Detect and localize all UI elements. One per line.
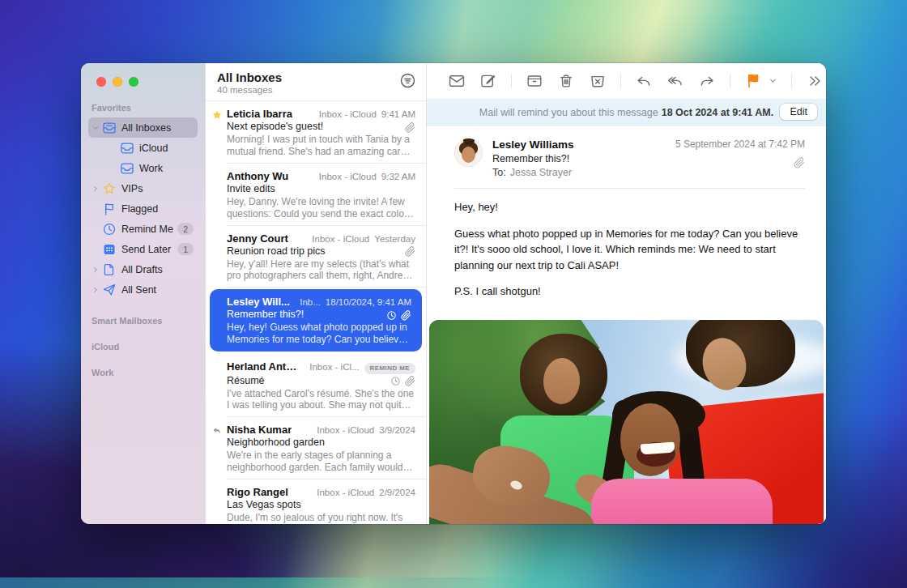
message-mailbox: Inbox - iCloud	[319, 109, 377, 119]
toolbar	[427, 63, 826, 99]
get-mail-button[interactable]	[448, 72, 466, 90]
message-header-info: Lesley Williams Remember this?! To:Jessa…	[492, 138, 573, 178]
message-row-subjectline: Next episode's guest!	[227, 121, 415, 132]
message-sender: Lesley Will...	[227, 296, 290, 308]
sidebar-item-all-drafts[interactable]: All Drafts	[88, 259, 198, 279]
junk-button[interactable]	[589, 72, 607, 90]
wallpaper-band	[0, 577, 526, 588]
message-list-header: All Inboxes 40 messages	[206, 63, 426, 101]
zoom-button[interactable]	[129, 77, 138, 87]
message-mailbox: Inb...	[300, 297, 321, 307]
paperclip-icon	[405, 375, 415, 386]
flag-icon	[102, 202, 117, 216]
message-row-topline: Lesley Will...Inb...18/10/2024, 9:41 AM	[227, 296, 411, 308]
message-sender: Herland Antezana	[227, 360, 300, 373]
message-subject: Remember this?!	[492, 153, 573, 164]
message-time: Yesterday	[374, 234, 415, 244]
sidebar-item-vips[interactable]: VIPs	[88, 178, 198, 198]
message-mailbox: Inbox - iCloud	[312, 234, 369, 244]
message-date: 5 September 2024 at 7:42 PM	[675, 138, 805, 150]
message-row-1[interactable]: Leticia IbarraInbox - iCloud9:41 AMNext …	[206, 101, 426, 164]
sidebar-section-icloud: iCloud	[88, 342, 198, 352]
sidebar-section-smart-mailboxes: Smart Mailboxes	[88, 316, 198, 326]
message-row-4[interactable]: Lesley Will...Inb...18/10/2024, 9:41 AMR…	[210, 289, 422, 352]
chevron-down-icon[interactable]	[90, 124, 100, 132]
filter-icon	[399, 79, 416, 92]
mail-window: FavoritesAll InboxesiCloudWorkVIPsFlagge…	[81, 63, 826, 524]
message-row-5[interactable]: Herland AntezanaInbox - iCl...REMIND MER…	[206, 354, 426, 417]
compose-icon	[479, 80, 497, 92]
forward-icon	[698, 80, 716, 92]
message-preview: Hey, y'all! Here are my selects (that's …	[227, 258, 415, 283]
photo-attachment[interactable]	[429, 320, 824, 525]
reply-icon	[635, 80, 653, 92]
message-subject: Invite edits	[227, 183, 415, 194]
edit-reminder-button[interactable]: Edit	[780, 104, 817, 120]
list-message-count: 40 messages	[217, 85, 415, 95]
sidebar-item-remind-me[interactable]: Remind Me2	[88, 219, 198, 239]
message-preview: Hey, hey! Guess what photo popped up in …	[227, 322, 411, 346]
body-paragraph-1: Hey, hey!	[454, 199, 802, 215]
message-sender: Anthony Wu	[227, 170, 288, 182]
message-mailbox: Inbox - iCloud	[317, 488, 374, 497]
junk-icon	[589, 80, 607, 92]
message-row-topline: Jenny CourtInbox - iCloudYesterday	[227, 232, 415, 245]
message-body: Hey, hey!Guess what photo popped up in M…	[427, 189, 826, 317]
message-row-subjectline: Las Vegas spots	[227, 499, 415, 510]
sidebar-item-label: Remind Me	[121, 224, 174, 235]
message-subject: Las Vegas spots	[227, 499, 415, 510]
send-icon	[102, 283, 117, 297]
message-mailbox: Inbox - iCloud	[317, 425, 374, 435]
message-subject: Résumé	[227, 375, 386, 386]
sidebar-item-work[interactable]: Work	[88, 158, 198, 178]
chevron-right-icon[interactable]	[90, 286, 100, 294]
sidebar-item-all-sent[interactable]: All Sent	[88, 279, 198, 300]
message-row-topline: Anthony WuInbox - iCloud9:32 AM	[227, 170, 415, 182]
tray-icon	[120, 161, 134, 176]
calendar-icon	[102, 242, 117, 257]
forward-button[interactable]	[698, 72, 716, 90]
message-list-column: All Inboxes 40 messages Leticia IbarraIn…	[205, 63, 427, 524]
archive-button[interactable]	[526, 72, 543, 90]
message-header-meta: 5 September 2024 at 7:42 PM	[675, 138, 805, 178]
remind-banner: Mail will remind you about this message …	[427, 99, 826, 126]
more-actions-button[interactable]	[806, 72, 824, 90]
message-view-column: Mail will remind you about this message …	[427, 63, 826, 524]
unread-count-badge: 2	[177, 223, 194, 235]
traffic-lights	[81, 63, 205, 87]
reply-button[interactable]	[635, 72, 653, 90]
sidebar-item-send-later[interactable]: Send Later1	[88, 239, 198, 259]
message-sender: Jenny Court	[227, 232, 288, 245]
message-row-subjectline: Invite edits	[227, 183, 415, 194]
message-subject: Reunion road trip pics	[227, 245, 401, 257]
sidebar-item-all-inboxes[interactable]: All Inboxes	[88, 117, 198, 138]
compose-button[interactable]	[479, 72, 497, 90]
delete-button[interactable]	[557, 72, 575, 90]
chevron-right-icon[interactable]	[90, 185, 100, 193]
reply-all-icon	[666, 80, 684, 92]
body-paragraph-2: Guess what photo popped up in Memories f…	[454, 226, 802, 274]
toolbar-separator-6	[620, 74, 621, 88]
close-button[interactable]	[96, 77, 106, 87]
message-row-topline: Leticia IbarraInbox - iCloud9:41 AM	[227, 108, 415, 120]
flag-menu-button[interactable]	[769, 72, 777, 90]
reply-all-button[interactable]	[666, 72, 684, 90]
message-header: Lesley Williams Remember this?! To:Jessa…	[427, 126, 826, 188]
chevron-right-icon[interactable]	[90, 266, 100, 274]
sidebar-item-icloud[interactable]: iCloud	[88, 138, 198, 158]
message-sender: Nisha Kumar	[227, 424, 292, 436]
message-time: 9:32 AM	[381, 172, 415, 181]
message-row-3[interactable]: Jenny CourtInbox - iCloudYesterdayReunio…	[206, 226, 426, 288]
replied-arrow-icon	[211, 425, 223, 437]
to-label: To:	[492, 167, 506, 178]
flag-button[interactable]	[744, 72, 762, 90]
sidebar-item-flagged[interactable]: Flagged	[88, 198, 198, 219]
minimize-button[interactable]	[113, 77, 122, 87]
message-sender: Rigo Rangel	[227, 486, 288, 498]
sidebar-item-label: All Drafts	[121, 264, 194, 275]
message-row-6[interactable]: Nisha KumarInbox - iCloud3/9/2024Neighbo…	[206, 417, 426, 479]
paperclip-icon	[405, 245, 415, 256]
message-row-2[interactable]: Anthony WuInbox - iCloud9:32 AMInvite ed…	[206, 164, 426, 226]
message-row-7[interactable]: Rigo RangelInbox - iCloud2/9/2024Las Veg…	[206, 479, 426, 524]
filter-button[interactable]	[398, 72, 416, 90]
